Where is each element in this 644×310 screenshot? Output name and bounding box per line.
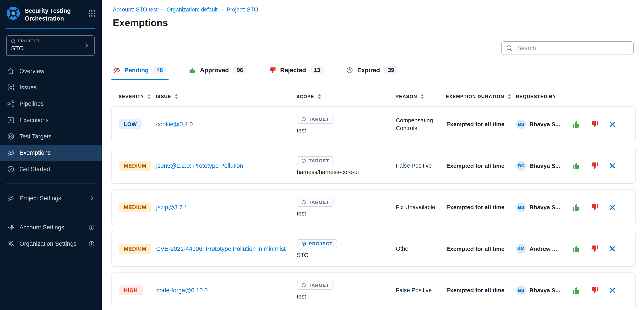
breadcrumb-separator: › xyxy=(221,6,223,13)
column-header-issue: ISSUE xyxy=(156,94,296,99)
sidebar-item-test-targets[interactable]: Test Targets xyxy=(0,128,102,145)
search-icon xyxy=(506,45,513,51)
sidebar-item-issues[interactable]: Issues xyxy=(0,79,102,96)
sidebar-item-project-settings[interactable]: Project Settings xyxy=(0,190,102,206)
sort-icon xyxy=(507,94,511,99)
sidebar-item-label: Exemptions xyxy=(20,150,95,156)
row-actions xyxy=(572,203,628,211)
severity-badge: MEDIUM xyxy=(119,202,151,212)
reject-button[interactable] xyxy=(590,286,599,295)
approve-button[interactable] xyxy=(572,120,580,129)
table-row: HIGH node-forge@0.10.0 TARGET test False… xyxy=(112,273,636,308)
requester-name: Bhavya S... xyxy=(530,121,560,128)
sidebar-item-organization-settings[interactable]: Organization Settings xyxy=(0,236,102,252)
thumbs-down-icon xyxy=(590,120,599,129)
scope-type-label: TARGET xyxy=(309,283,329,288)
requester-name: Bhavya S... xyxy=(530,162,560,169)
breadcrumb-project[interactable]: Project: STO xyxy=(226,6,258,13)
target-icon xyxy=(7,133,14,140)
issue-link[interactable]: node-forge@0.10.0 xyxy=(156,286,215,295)
column-label: SCOPE xyxy=(296,94,314,99)
home-icon xyxy=(7,67,14,75)
row-actions xyxy=(572,162,628,170)
sidebar-divider xyxy=(6,213,95,213)
target-scope-icon xyxy=(301,117,306,122)
breadcrumb-account[interactable]: Account: STO test xyxy=(113,6,158,13)
sidebar-item-label: Executions xyxy=(20,117,95,124)
approve-button[interactable] xyxy=(572,245,580,253)
table-row: MEDIUM json5@2.2.0: Prototype Pollution … xyxy=(112,148,636,184)
sidebar-item-get-started[interactable]: Get Started xyxy=(0,161,102,177)
module-accent-bar xyxy=(6,28,95,29)
severity-cell: HIGH xyxy=(119,286,156,295)
breadcrumb-separator: › xyxy=(161,6,163,13)
close-x-icon xyxy=(609,204,616,211)
approve-button[interactable] xyxy=(572,162,580,170)
reject-button[interactable] xyxy=(590,203,599,211)
severity-badge: MEDIUM xyxy=(119,161,151,171)
severity-cell: MEDIUM xyxy=(119,202,156,212)
tab-pending[interactable]: Pending 48 xyxy=(112,61,168,80)
issue-link[interactable]: CVE-2021-44906: Prototype Pollution in m… xyxy=(156,244,292,254)
reason-cell: False Positive xyxy=(396,286,446,294)
status-tabs: Pending 48 Approved 96 Rejected 13 Expir… xyxy=(102,61,644,80)
column-label: EXEMPTION DURATION xyxy=(446,94,504,99)
sort-button[interactable] xyxy=(420,94,424,99)
scope-value: STO xyxy=(297,252,308,259)
scope-type-label: PROJECT xyxy=(309,241,332,246)
sidebar-item-account-settings[interactable]: Account Settings xyxy=(0,219,102,236)
sidebar-nav: Overview Issues Pipelines Executions Tes… xyxy=(0,63,102,177)
requested-by-cell: BS Bhavya S... xyxy=(516,202,572,212)
breadcrumb-organization[interactable]: Organization: default xyxy=(166,6,218,13)
cancel-exemption-button[interactable] xyxy=(609,246,616,252)
approve-button[interactable] xyxy=(572,286,580,295)
tab-rejected[interactable]: Rejected 13 xyxy=(268,61,325,80)
sidebar-item-pipelines[interactable]: Pipelines xyxy=(0,96,102,112)
cancel-exemption-button[interactable] xyxy=(609,204,616,211)
sort-icon xyxy=(174,94,178,99)
search-input[interactable] xyxy=(516,44,629,52)
thumbs-down-icon xyxy=(590,162,599,170)
app-switcher-button[interactable] xyxy=(87,9,96,18)
project-selector[interactable]: PROJECT STO xyxy=(6,35,95,56)
issue-link[interactable]: cookie@0.4.0 xyxy=(156,120,200,129)
sort-button[interactable] xyxy=(507,94,511,99)
harness-logo[interactable] xyxy=(6,6,21,21)
page-title: Exemptions xyxy=(113,17,634,28)
issue-link[interactable]: json5@2.2.0: Prototype Pollution xyxy=(156,161,250,170)
tab-expired[interactable]: Expired 39 xyxy=(345,61,399,80)
exemption-duration-cell: Exempted for all time xyxy=(446,162,516,169)
requested-by-cell: BS Bhavya S... xyxy=(516,120,572,129)
sort-button[interactable] xyxy=(174,94,178,99)
sort-icon xyxy=(317,94,321,99)
sidebar-item-executions[interactable]: Executions xyxy=(0,112,102,128)
cancel-exemption-button[interactable] xyxy=(609,121,616,128)
close-x-icon xyxy=(609,121,616,128)
approve-button[interactable] xyxy=(572,203,580,211)
sidebar-item-exemptions[interactable]: Exemptions xyxy=(0,145,102,161)
tab-approved[interactable]: Approved 96 xyxy=(188,61,248,80)
sort-button[interactable] xyxy=(147,94,151,99)
project-selector-text: PROJECT STO xyxy=(11,39,84,52)
search-box[interactable] xyxy=(501,41,634,55)
reject-button[interactable] xyxy=(590,245,599,253)
column-header-requested-by: REQUESTED BY xyxy=(516,94,572,99)
close-x-icon xyxy=(609,162,616,169)
reject-button[interactable] xyxy=(590,120,599,129)
row-actions xyxy=(572,120,628,129)
issue-link[interactable]: jszip@3.7.1 xyxy=(156,203,194,212)
cancel-exemption-button[interactable] xyxy=(609,287,616,294)
severity-cell: LOW xyxy=(119,120,156,129)
severity-badge: LOW xyxy=(119,120,142,129)
scope-cell: PROJECT STO xyxy=(297,239,396,259)
reject-button[interactable] xyxy=(590,162,599,170)
info-icon[interactable] xyxy=(88,224,95,231)
scope-pill: PROJECT xyxy=(297,239,337,248)
tab-count-badge: 96 xyxy=(233,66,247,74)
toolbar xyxy=(102,35,644,61)
info-icon[interactable] xyxy=(88,241,95,247)
cancel-exemption-button[interactable] xyxy=(609,162,616,169)
sidebar-item-overview[interactable]: Overview xyxy=(0,63,102,79)
sort-button[interactable] xyxy=(317,94,321,99)
executions-icon xyxy=(7,116,14,124)
